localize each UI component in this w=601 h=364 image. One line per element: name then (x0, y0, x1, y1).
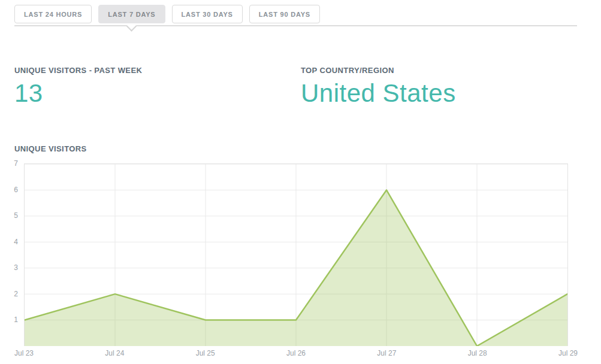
time-range-tabs: LAST 24 HOURS LAST 7 DAYS LAST 30 DAYS L… (14, 5, 320, 23)
unique-visitors-chart-plot (24, 163, 568, 346)
chart-title: UNIQUE VISITORS (14, 144, 87, 153)
unique-visitors-past-week-value: 13 (14, 77, 43, 111)
y-axis-tick-label: 4 (0, 238, 18, 246)
y-axis-tick-label: 3 (0, 263, 18, 272)
tab-last-24-hours[interactable]: LAST 24 HOURS (14, 5, 92, 23)
top-country-region-value: United States (301, 77, 456, 111)
x-axis-tick-label: Jul 27 (377, 349, 396, 357)
x-axis-tick-label: Jul 29 (558, 349, 578, 357)
y-axis-tick-label: 1 (0, 316, 18, 324)
tab-last-7-days[interactable]: LAST 7 DAYS (98, 5, 165, 23)
y-axis-tick-label: 5 (0, 211, 18, 220)
y-axis-tick-label: 2 (0, 290, 18, 298)
y-axis-tick-label: 7 (0, 159, 18, 168)
tabbar-divider (14, 25, 577, 26)
area-chart (25, 164, 567, 346)
tab-last-30-days[interactable]: LAST 30 DAYS (172, 5, 243, 23)
x-axis-tick-label: Jul 25 (196, 349, 215, 357)
x-axis-tick-label: Jul 26 (286, 349, 306, 357)
x-axis-tick-label: Jul 23 (14, 349, 34, 357)
x-axis-tick-label: Jul 28 (468, 349, 487, 357)
y-axis-tick-label: 6 (0, 186, 18, 194)
tab-last-90-days[interactable]: LAST 90 DAYS (249, 5, 320, 23)
unique-visitors-past-week-label: UNIQUE VISITORS - PAST WEEK (14, 66, 142, 75)
analytics-page: LAST 24 HOURS LAST 7 DAYS LAST 30 DAYS L… (0, 0, 601, 364)
top-country-region-label: TOP COUNTRY/REGION (301, 66, 394, 75)
x-axis-tick-label: Jul 24 (105, 349, 124, 357)
